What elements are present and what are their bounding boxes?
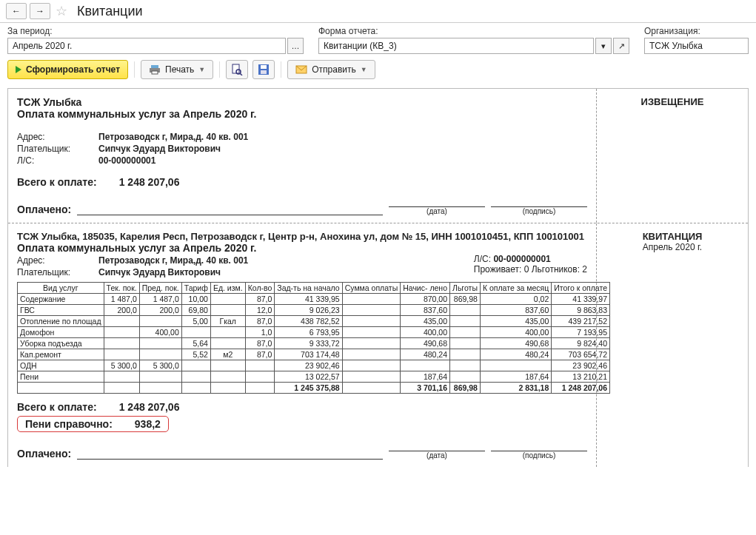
magnifier-page-icon — [231, 64, 243, 75]
toolbar: Сформировать отчет Печать ▼ Отправить ▼ — [0, 55, 756, 84]
period-label: За период: — [7, 26, 304, 36]
filters-row: За период: Апрель 2020 г. … Форма отчета… — [0, 23, 756, 55]
back-button[interactable]: ← — [6, 3, 27, 19]
notice-section: ТСЖ Улыбка Оплата коммунальных услуг за … — [8, 89, 748, 223]
org-field[interactable]: ТСЖ Улыбка — [644, 38, 749, 54]
period-select-button[interactable]: … — [287, 38, 304, 54]
save-button[interactable] — [252, 60, 275, 79]
svg-rect-2 — [152, 71, 158, 74]
form-label: Форма отчета: — [318, 26, 629, 36]
form-field[interactable]: Квитанции (КВ_3) — [318, 38, 594, 54]
send-button[interactable]: Отправить ▼ — [287, 60, 375, 79]
form-dropdown-button[interactable]: ▾ — [595, 38, 612, 54]
notice-title: Оплата коммунальных услуг за Апрель 2020… — [17, 108, 587, 120]
receipt-section: ТСЖ Улыбка, 185035, Карелия Респ, Петроз… — [8, 223, 748, 467]
table-row: Кап.ремонт5,52м287,0703 174,48480,24480,… — [18, 349, 610, 360]
period-field[interactable]: Апрель 2020 г. — [7, 38, 286, 54]
favorite-icon[interactable]: ☆ — [53, 3, 70, 19]
table-row: Содержание1 487,01 487,010,0087,041 339,… — [18, 294, 610, 305]
table-row: ОДН5 300,05 300,023 902,4623 902,46 — [18, 360, 610, 371]
table-row: Пени13 022,57187,64187,6413 210,21 — [18, 371, 610, 383]
paid-amount-line — [77, 205, 383, 215]
org-label: Организация: — [644, 26, 749, 36]
form-open-button[interactable]: ↗ — [613, 38, 629, 54]
forward-button[interactable]: → — [30, 3, 50, 19]
table-row: ГВС200,0200,069,8012,09 026,23837,60837,… — [18, 305, 610, 316]
document-area: ТСЖ Улыбка Оплата коммунальных услуг за … — [7, 88, 749, 467]
window-title: Квитанции — [77, 4, 143, 19]
envelope-icon — [295, 64, 307, 75]
table-row: Уборка подъезда5,6487,09 333,72490,68490… — [18, 338, 610, 349]
preview-button[interactable] — [226, 60, 248, 79]
generate-report-button[interactable]: Сформировать отчет — [7, 60, 128, 79]
svg-rect-0 — [151, 65, 158, 68]
notice-side-label: ИЗВЕЩЕНИЕ — [597, 89, 748, 223]
svg-rect-8 — [261, 70, 267, 74]
print-button[interactable]: Печать ▼ — [141, 60, 213, 79]
arrow-right-icon: → — [36, 6, 44, 16]
services-table: Вид услуг Тек. пок. Пред. пок. Тариф Ед.… — [17, 282, 610, 394]
play-icon — [16, 66, 21, 73]
chevron-down-icon: ▼ — [198, 66, 205, 73]
arrow-left-icon: ← — [12, 6, 21, 16]
svg-rect-7 — [261, 65, 267, 69]
receipt-header: ТСЖ Улыбка, 185035, Карелия Респ, Петроз… — [17, 231, 587, 242]
table-row: Домофон400,001,06 793,95400,00400,007 19… — [18, 327, 610, 338]
peni-highlight: Пени справочно:938,2 — [17, 416, 169, 432]
table-row: Отопление по площад5,00Гкал87,0438 782,5… — [18, 316, 610, 327]
chevron-down-icon: ▼ — [361, 66, 367, 73]
receipt-side: КВИТАНЦИЯ Апрель 2020 г. — [597, 223, 748, 467]
printer-icon — [149, 64, 161, 75]
titlebar: ← → ☆ Квитанции — [0, 0, 756, 23]
receipt-title: Оплата коммунальных услуг за Апрель 2020… — [17, 242, 587, 254]
diskette-icon — [258, 64, 270, 75]
svg-line-5 — [240, 73, 242, 75]
notice-org: ТСЖ Улыбка — [17, 96, 587, 108]
